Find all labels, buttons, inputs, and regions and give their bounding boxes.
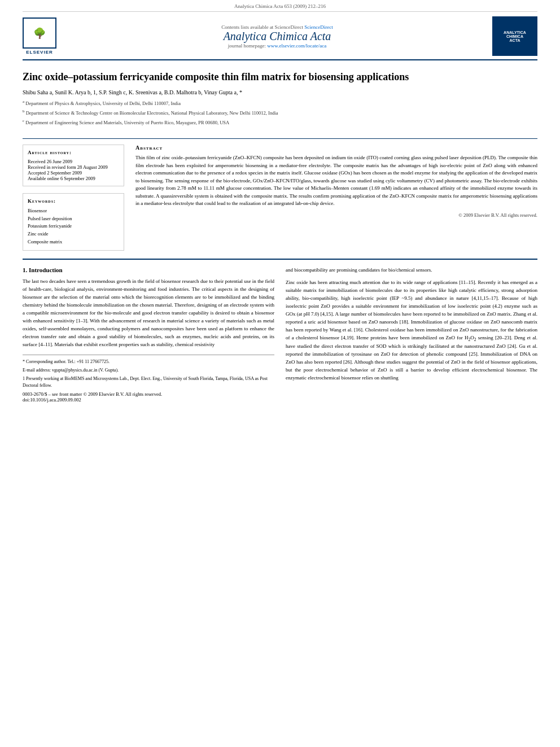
section1-title: 1. Introduction — [23, 267, 274, 273]
journal-header: 🌳 ELSEVIER Contents lists available at S… — [23, 12, 537, 60]
sciencedirect-banner: Contents lists available at ScienceDirec… — [62, 24, 492, 30]
article-history-heading: Article history: — [28, 150, 119, 155]
affiliations: a Department of Physics & Astrophysics, … — [23, 99, 537, 126]
footnote-1: 1 Presently working at BioMEMS and Micro… — [23, 375, 274, 389]
elsevier-logo-box: 🌳 — [23, 18, 56, 49]
section1-left-text: The last two decades have seen a tremend… — [23, 278, 274, 348]
journal-homepage-url[interactable]: www.elsevier.com/locate/aca — [267, 43, 326, 49]
doi-text: doi:10.1016/j.aca.2009.09.002 — [23, 397, 274, 403]
footnote-corresponding: * Corresponding author. Tel.: +91 11 276… — [23, 359, 274, 365]
section1-right-text: and biocompatibility are promising candi… — [286, 267, 537, 382]
affiliation-c: c Department of Engineering Science and … — [23, 118, 537, 126]
keyword-zinc: Zinc oxide — [28, 230, 119, 238]
article-title-section: Zinc oxide–potassium ferricyanide compos… — [23, 60, 537, 132]
revised-date: Received in revised form 28 August 2009 — [28, 164, 119, 170]
keyword-pld: Pulsed laser deposition — [28, 215, 119, 223]
keyword-composite: Composite matrix — [28, 238, 119, 246]
abstract-text: Thin film of zinc oxide–potassium ferric… — [135, 154, 537, 208]
keyword-potassium: Potassium ferricyanide — [28, 222, 119, 230]
bottom-ref-text: 0003-2670/$ – see front matter © 2009 El… — [23, 391, 274, 397]
affiliation-a: a Department of Physics & Astrophysics, … — [23, 99, 537, 107]
affiliation-b: b Department of Science & Technology Cen… — [23, 108, 537, 117]
journal-title-block: Contents lists available at ScienceDirec… — [62, 24, 492, 49]
sciencedirect-link[interactable]: ScienceDirect — [304, 24, 333, 30]
elsevier-brand-text: ELSEVIER — [26, 50, 53, 55]
copyright-line: © 2009 Elsevier B.V. All rights reserved… — [135, 212, 537, 218]
body-right-column: and biocompatibility are promising candi… — [286, 267, 537, 402]
journal-homepage: journal homepage: www.elsevier.com/locat… — [62, 43, 492, 49]
available-date: Available online 6 September 2009 — [28, 176, 119, 181]
elsevier-logo: 🌳 ELSEVIER — [23, 18, 56, 55]
article-main-title: Zinc oxide–potassium ferricyanide compos… — [23, 71, 537, 84]
keywords-heading: Keywords: — [28, 198, 119, 204]
received-date: Received 26 June 2009 — [28, 159, 119, 164]
abstract-heading: Abstract — [135, 145, 537, 151]
footnote-email: E-mail address: vgupta@physics.du.ac.in … — [23, 367, 274, 374]
journal-logo-right: ANALYTICACHIMICAACTA — [492, 16, 537, 56]
abstract-section: Abstract Thin film of zinc oxide–potassi… — [135, 145, 537, 251]
authors-line: Shibu Saha a, Sunil K. Arya b, 1, S.P. S… — [23, 89, 537, 95]
email-link[interactable]: vgupta@physics.du.ac.in — [52, 368, 97, 373]
body-left-column: 1. Introduction The last two decades hav… — [23, 267, 274, 402]
journal-reference: Analytica Chimica Acta 653 (2009) 212–21… — [23, 0, 537, 12]
keywords-box: Keywords: Biosensor Pulsed laser deposit… — [23, 193, 124, 251]
main-body: 1. Introduction The last two decades hav… — [23, 259, 537, 402]
article-info-abstract-section: Article history: Received 26 June 2009 R… — [23, 138, 537, 251]
left-column: Article history: Received 26 June 2009 R… — [23, 145, 124, 251]
keyword-biosensor: Biosensor — [28, 207, 119, 215]
accepted-date: Accepted 2 September 2009 — [28, 170, 119, 176]
bottom-ref-line: 0003-2670/$ – see front matter © 2009 El… — [23, 391, 274, 403]
journal-ref-text: Analytica Chimica Acta 653 (2009) 212–21… — [234, 3, 326, 9]
footnotes: * Corresponding author. Tel.: +91 11 276… — [23, 355, 274, 389]
article-history-box: Article history: Received 26 June 2009 R… — [23, 145, 124, 186]
journal-title: Analytica Chimica Acta — [62, 30, 492, 43]
elsevier-tree-icon: 🌳 — [33, 28, 46, 38]
